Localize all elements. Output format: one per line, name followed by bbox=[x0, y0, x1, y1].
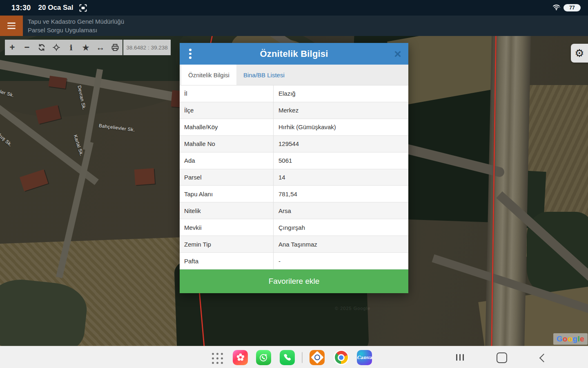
add-to-favorites-button[interactable]: Favorilere ekle bbox=[180, 269, 408, 293]
table-row: Zemin Tip Ana Taşınmaz bbox=[180, 236, 408, 253]
screen-capture-icon bbox=[79, 4, 87, 12]
clock: 13:30 bbox=[11, 4, 31, 12]
google-letter: e bbox=[580, 334, 584, 343]
row-value: Arsa bbox=[274, 202, 408, 219]
dialog-close-button[interactable]: × bbox=[387, 48, 408, 60]
row-label: Nitelik bbox=[180, 202, 274, 219]
google-letter: G bbox=[557, 334, 563, 343]
row-label: İl bbox=[180, 85, 274, 102]
row-label: Mahalle No bbox=[180, 136, 274, 152]
row-label: Ada bbox=[180, 153, 274, 169]
map-toolbar: + − i ★ ↔ 38.6482 : 39.238 bbox=[5, 40, 171, 55]
table-row: Mevkii Çıngırşah bbox=[180, 219, 408, 236]
app-title-line2: Parsel Sorgu Uygulaması bbox=[28, 26, 124, 34]
table-row: İlçe Merkez bbox=[180, 102, 408, 119]
row-value: Elazığ bbox=[274, 85, 408, 102]
wifi-icon bbox=[552, 4, 561, 12]
table-row: İl Elazığ bbox=[180, 85, 408, 102]
row-label: Tapu Alanı bbox=[180, 186, 274, 202]
row-value: - bbox=[274, 253, 408, 269]
parsel-sorgu-app-icon[interactable] bbox=[310, 350, 325, 365]
dialog-tabs: Öznitelik Bilgisi Bina/BB Listesi bbox=[180, 65, 408, 85]
info-button[interactable]: i bbox=[64, 40, 78, 55]
recent-apps-button[interactable] bbox=[456, 354, 464, 361]
row-value: 14 bbox=[274, 169, 408, 186]
google-letter: g bbox=[572, 334, 577, 343]
hamburger-menu-button[interactable] bbox=[0, 16, 23, 36]
status-bar: 13:30 20 Oca Sal 77 bbox=[0, 0, 588, 16]
canva-label: Canva bbox=[357, 355, 372, 360]
row-value: Hırhik (Gümüşkavak) bbox=[274, 119, 408, 135]
gallery-app-icon[interactable] bbox=[233, 350, 248, 365]
row-label: Pafta bbox=[180, 253, 274, 269]
row-value: Ana Taşınmaz bbox=[274, 236, 408, 252]
battery-indicator: 77 bbox=[564, 4, 581, 11]
coordinates-display: 38.6482 : 39.238 bbox=[123, 40, 171, 55]
dialog-header: Öznitelik Bilgisi × bbox=[180, 43, 408, 65]
table-row: Parsel 14 bbox=[180, 169, 408, 186]
row-label: Parsel bbox=[180, 169, 274, 186]
row-label: İlçe bbox=[180, 102, 274, 119]
google-letter: o bbox=[568, 334, 572, 343]
row-label: Zemin Tip bbox=[180, 236, 274, 252]
phone-app-icon[interactable] bbox=[280, 350, 295, 365]
favorites-star-button[interactable]: ★ bbox=[78, 40, 93, 55]
locate-crosshair-button[interactable] bbox=[49, 40, 64, 55]
table-row: Tapu Alanı 781,54 bbox=[180, 186, 408, 202]
taskbar: Canva bbox=[0, 346, 588, 368]
google-logo: G o o g l e bbox=[553, 333, 588, 345]
table-row: Nitelik Arsa bbox=[180, 202, 408, 219]
tab-oznitelik-bilgisi[interactable]: Öznitelik Bilgisi bbox=[181, 65, 236, 85]
row-label: Mahalle/Köy bbox=[180, 119, 274, 135]
measure-arrow-button[interactable]: ↔ bbox=[93, 40, 108, 55]
refresh-button[interactable] bbox=[34, 40, 49, 55]
table-row: Mahalle/Köy Hırhik (Gümüşkavak) bbox=[180, 119, 408, 136]
row-value: Merkez bbox=[274, 102, 408, 119]
app-title-line1: Tapu ve Kadastro Genel Müdürlüğü bbox=[28, 17, 124, 26]
attribute-table: İl Elazığ İlçe Merkez Mahalle/Köy Hırhik… bbox=[180, 85, 408, 269]
home-button[interactable] bbox=[497, 352, 507, 363]
attribute-info-dialog: Öznitelik Bilgisi × Öznitelik Bilgisi Bi… bbox=[180, 43, 408, 293]
row-value: 5061 bbox=[274, 153, 408, 169]
back-button[interactable] bbox=[539, 354, 548, 362]
zoom-in-button[interactable]: + bbox=[5, 40, 20, 55]
table-row: Pafta - bbox=[180, 253, 408, 269]
table-row: Ada 5061 bbox=[180, 153, 408, 169]
app-header: Tapu ve Kadastro Genel Müdürlüğü Parsel … bbox=[0, 16, 588, 36]
print-button[interactable] bbox=[108, 40, 122, 55]
date: 20 Oca Sal bbox=[38, 4, 74, 12]
dialog-menu-dots-icon[interactable] bbox=[180, 49, 201, 59]
canva-app-icon[interactable]: Canva bbox=[357, 350, 372, 365]
row-value: Çıngırşah bbox=[274, 219, 408, 236]
tab-bina-bb-listesi[interactable]: Bina/BB Listesi bbox=[236, 65, 292, 85]
chrome-app-icon[interactable] bbox=[334, 350, 349, 365]
whatsapp-app-icon[interactable] bbox=[256, 350, 271, 365]
dialog-title: Öznitelik Bilgisi bbox=[201, 49, 387, 59]
row-value: 129544 bbox=[274, 136, 408, 152]
row-value: 781,54 bbox=[274, 186, 408, 202]
table-row: Mahalle No 129544 bbox=[180, 136, 408, 153]
all-apps-button[interactable] bbox=[212, 353, 223, 364]
zoom-out-button[interactable]: − bbox=[20, 40, 34, 55]
row-label: Mevkii bbox=[180, 219, 274, 236]
settings-gear-button[interactable]: ⚙ bbox=[571, 44, 588, 63]
google-letter: o bbox=[563, 334, 568, 343]
dock-divider bbox=[302, 352, 303, 363]
app-title: Tapu ve Kadastro Genel Müdürlüğü Parsel … bbox=[28, 16, 124, 36]
map-copyright: © 2025 Google bbox=[335, 306, 370, 311]
